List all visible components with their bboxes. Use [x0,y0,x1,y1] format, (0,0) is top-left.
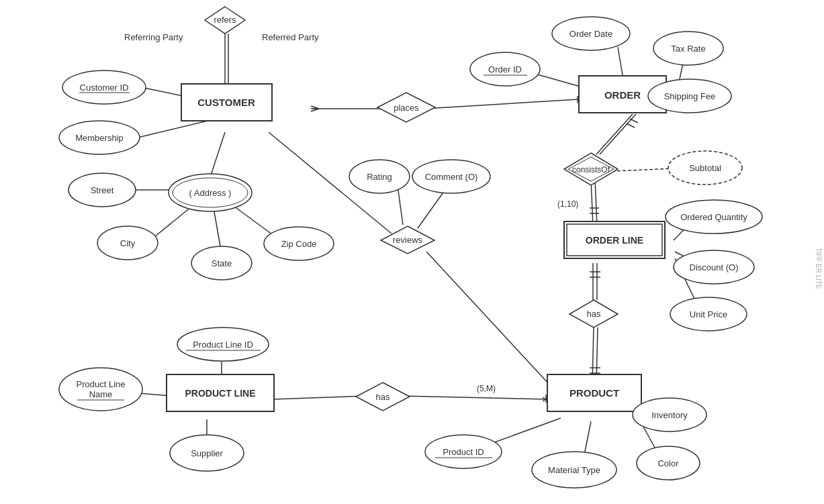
svg-line-28 [595,179,597,226]
color-text: Color [657,458,679,468]
svg-line-24 [600,114,636,154]
street-text: Street [91,185,114,195]
watermark: TIFF ER LITE [815,248,822,289]
svg-line-35 [398,186,403,225]
order-id-text: Order ID [488,64,522,74]
discount-text: Discount (O) [690,262,739,272]
material-type-text: Material Type [548,465,600,475]
svg-line-23 [596,114,633,154]
unit-price-text: Unit Price [690,309,727,319]
order-label: ORDER [604,89,641,101]
order-date-text: Order Date [569,29,612,39]
comment-text: Comment (O) [425,172,478,182]
rating-text: Rating [367,172,392,182]
customer-id-text: Customer ID [80,83,129,93]
has-product-label: has [587,309,601,319]
svg-line-38 [426,252,551,386]
cardinality-1-10: (1,10) [557,199,578,209]
city-text: City [120,238,136,248]
tax-rate-text: Tax Rate [671,44,705,54]
svg-line-25 [630,119,638,123]
refers-label: refers [214,15,236,25]
ordered-quantity-text: Ordered Quantity [680,212,747,222]
cardinality-5m: (5,M) [477,384,496,393]
reviews-label: reviews [393,235,423,245]
product-line-name-text-2: Name [89,389,113,399]
diagram-svg: Referring Party Referred Party (1,10) [0,0,824,504]
svg-line-27 [591,179,593,226]
svg-line-20 [618,47,623,79]
inventory-text: Inventory [651,410,688,420]
product-line-label: PRODUCT LINE [185,388,256,399]
membership-text: Membership [75,133,124,143]
consists-of-label: consistsOf [572,165,610,174]
has-productline-label: has [376,392,390,402]
address-text: ( Address ) [189,188,232,198]
product-id-text: Product ID [443,447,484,457]
svg-line-56 [402,396,549,399]
product-line-name-text-1: Product Line [77,379,126,389]
zip-code-text: Zip Code [281,239,317,249]
order-line-label: ORDER LINE [586,235,643,246]
referring-party-label: Referring Party [124,32,183,42]
product-label: PRODUCT [569,387,619,399]
shipping-fee-text: Shipping Fee [664,91,716,101]
product-line-id-text: Product Line ID [193,340,253,350]
svg-line-26 [627,123,635,128]
svg-line-16 [424,99,590,109]
customer-label: CUSTOMER [197,97,255,108]
subtotal-text: Subtotal [689,163,721,173]
supplier-text: Supplier [191,448,223,458]
places-label: places [394,103,419,113]
referred-party-label: Referred Party [262,32,319,42]
svg-line-53 [272,396,365,399]
er-diagram: Referring Party Referred Party (1,10) [0,0,824,504]
state-text: State [212,258,232,268]
